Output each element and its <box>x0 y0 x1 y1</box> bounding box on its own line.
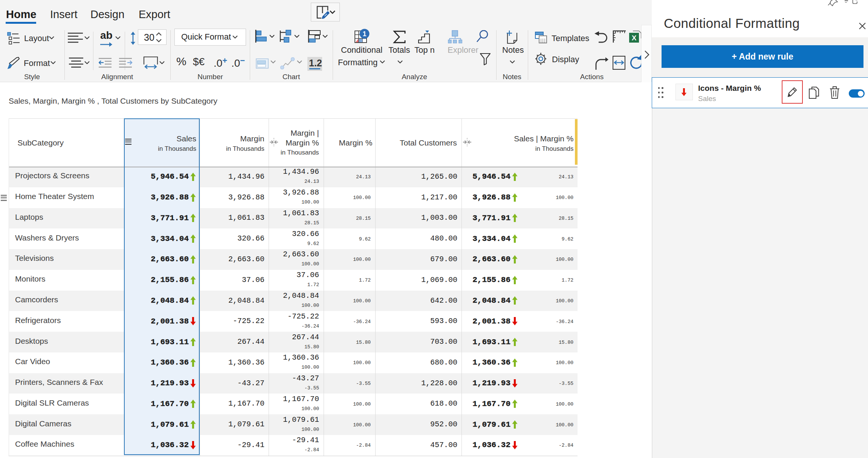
svg-text:X: X <box>632 34 637 42</box>
svg-text:1: 1 <box>362 30 366 38</box>
